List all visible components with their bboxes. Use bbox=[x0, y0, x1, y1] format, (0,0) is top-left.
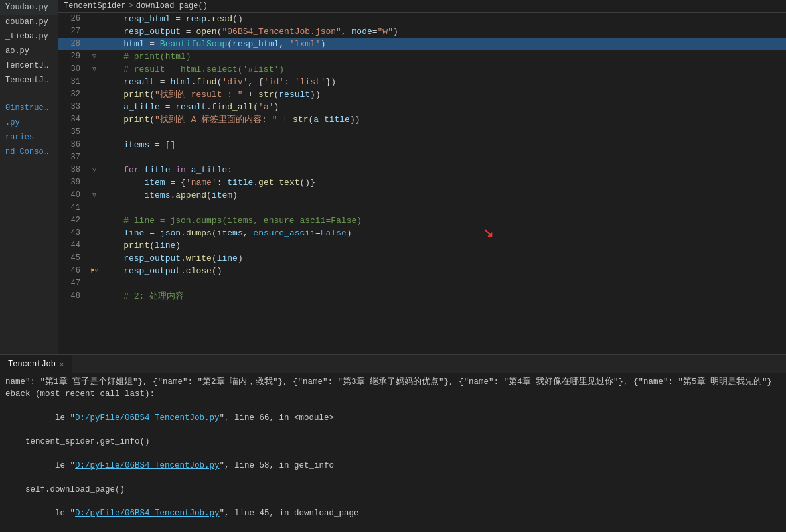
code-line-32: 32 print("找到的 result : " + str(result)) bbox=[58, 88, 786, 101]
terminal-tab-tencentjob[interactable]: TencentJob ✕ bbox=[0, 355, 72, 373]
terminal-line-6: self.download_page() bbox=[5, 484, 781, 496]
code-line-37: 37 bbox=[58, 151, 786, 164]
sidebar-item-ao[interactable]: ao.py bbox=[0, 44, 58, 58]
terminal-link-3[interactable]: D:/pyFile/06BS4_TencentJob.py bbox=[75, 509, 220, 518]
code-line-47: 47 bbox=[58, 277, 786, 290]
sidebar-item-youdao[interactable]: Youdao.py bbox=[0, 0, 58, 15]
code-line-26: 26 resp_html = resp.read() bbox=[58, 13, 786, 25]
sidebar-item-douban[interactable]: douban.py bbox=[0, 15, 58, 29]
code-line-39: 39 item = {'name': title.get_text()} bbox=[58, 176, 786, 189]
terminal-line-5: le "D:/pyFile/06BS4_TencentJob.py", line… bbox=[5, 448, 781, 484]
code-line-48: 48 # 2: 处理内容 bbox=[58, 290, 786, 302]
sidebar-item-tieba[interactable]: _tieba.py bbox=[0, 29, 58, 44]
terminal-line-3: le "D:/pyFile/06BS4_TencentJob.py", line… bbox=[5, 400, 781, 436]
code-editor: TencentSpider > download_page() 26 resp_… bbox=[58, 0, 786, 354]
sidebar: Youdao.py douban.py _tieba.py ao.py Tenc… bbox=[0, 0, 58, 354]
terminal-line-2: eback (most recent call last): bbox=[5, 388, 781, 400]
breadcrumb-bar: TencentSpider > download_page() bbox=[58, 0, 786, 13]
editor-area: Youdao.py douban.py _tieba.py ao.py Tenc… bbox=[0, 0, 786, 354]
breadcrumb-method: download_page() bbox=[136, 1, 208, 11]
terminal-link-1[interactable]: D:/pyFile/06BS4_TencentJob.py bbox=[75, 413, 220, 423]
terminal-link-2[interactable]: D:/pyFile/06BS4_TencentJob.py bbox=[75, 461, 220, 470]
terminal-line-1: name": "第1章 宫子是个好姐姐"}, {"name": "第2章 喵内，… bbox=[5, 376, 781, 388]
terminal-tab-label: TencentJob bbox=[8, 360, 56, 369]
code-line-33: 33 a_title = result.find_all('a') bbox=[58, 101, 786, 113]
code-line-46: 46 ⚑ ▽ resp_output.close() bbox=[58, 265, 786, 277]
code-line-36: 36 items = [] bbox=[58, 139, 786, 151]
code-lines: 26 resp_html = resp.read() 27 resp_outpu… bbox=[58, 13, 786, 354]
code-line-29: 29 ▽ # print(html) bbox=[58, 50, 786, 63]
code-line-31: 31 result = html.find('div', {'id': 'lis… bbox=[58, 76, 786, 88]
code-line-43: 43 line = json.dumps(items, ensure_ascii… bbox=[58, 227, 786, 239]
terminal-line-7: le "D:/pyFile/06BS4_TencentJob.py", line… bbox=[5, 496, 781, 531]
sidebar-item-tencentjob-json[interactable]: TencentJob.json bbox=[0, 58, 58, 73]
breadcrumb-path: TencentSpider bbox=[64, 1, 126, 11]
terminal-tabs: TencentJob ✕ bbox=[0, 355, 786, 373]
code-line-28: 28 html = BeautifulSoup(resp_html, 'lxml… bbox=[58, 38, 786, 50]
sidebar-item-py[interactable]: .py bbox=[0, 115, 58, 130]
sidebar-item-raries[interactable]: raries bbox=[0, 130, 58, 145]
code-line-27: 27 resp_output = open("06BS4_TencentJob.… bbox=[58, 25, 786, 38]
code-line-44: 44 print(line) bbox=[58, 239, 786, 252]
terminal-area: TencentJob ✕ name": "第1章 宫子是个好姐姐"}, {"na… bbox=[0, 354, 786, 532]
breadcrumb-sep1: > bbox=[129, 1, 133, 11]
terminal-content: name": "第1章 宫子是个好姐姐"}, {"name": "第2章 喵内，… bbox=[0, 373, 786, 532]
code-line-34: 34 print("找到的 A 标签里面的内容: " + str(a_title… bbox=[58, 113, 786, 126]
code-line-35: 35 bbox=[58, 126, 786, 139]
code-line-42: 42 # line = json.dumps(items, ensure_asc… bbox=[58, 214, 786, 227]
code-line-40: 40 ▽ items.append(item) bbox=[58, 189, 786, 202]
code-line-38: 38 ▽ for title in a_title: bbox=[58, 164, 786, 176]
sidebar-item-tencentjob-py[interactable]: TencentJob.py bbox=[0, 73, 58, 88]
main-container: Youdao.py douban.py _tieba.py ao.py Tenc… bbox=[0, 0, 786, 532]
code-line-41: 41 bbox=[58, 202, 786, 214]
code-line-30: 30 ▽ # result = html.select('#list') bbox=[58, 63, 786, 76]
terminal-line-4: tencent_spider.get_info() bbox=[5, 436, 781, 448]
sidebar-item-instruction[interactable]: 0instruction.txt bbox=[0, 101, 58, 115]
code-line-45: 45 resp_output.write(line) bbox=[58, 252, 786, 265]
terminal-tab-close[interactable]: ✕ bbox=[60, 360, 64, 368]
sidebar-item-consoles[interactable]: nd Consoles bbox=[0, 145, 58, 159]
